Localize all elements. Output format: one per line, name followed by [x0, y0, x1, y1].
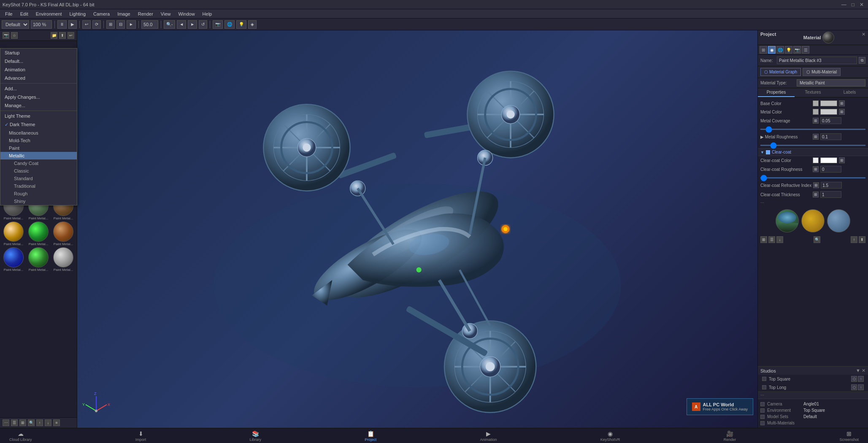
menu-render[interactable]: Render: [135, 11, 157, 17]
menu-light-theme[interactable]: Light Theme: [0, 112, 77, 120]
cam-checkbox-environment[interactable]: [760, 408, 765, 413]
metal-roughness-expand-btn[interactable]: ⊞: [813, 134, 819, 140]
metal-coverage-slider[interactable]: [760, 129, 865, 130]
frame-input[interactable]: [141, 20, 158, 29]
base-color-swatch[interactable]: [813, 100, 819, 106]
preset-select[interactable]: Default: [2, 20, 29, 29]
menu-miscellaneous[interactable]: Miscellaneous: [0, 129, 77, 137]
studios-icon-btn-1[interactable]: ⬡: [851, 376, 857, 382]
anim-btn[interactable]: ►: [127, 20, 136, 29]
menu-image[interactable]: Image: [114, 11, 134, 17]
cam-btn[interactable]: 📷: [213, 20, 223, 29]
menu-camera[interactable]: Camera: [90, 11, 113, 17]
thumb-up-btn[interactable]: ↑: [851, 236, 857, 243]
cam-checkbox-multi-materials[interactable]: [760, 421, 765, 425]
reset-btn[interactable]: ↩: [82, 20, 91, 29]
swatch-blue2[interactable]: Paint Metal...: [2, 247, 25, 272]
close-btn[interactable]: ✕: [858, 2, 865, 8]
base-color-expand-btn[interactable]: ⊞: [839, 100, 845, 106]
thumb-expand-btn[interactable]: ⬆: [859, 236, 865, 243]
sidebar-more-btn[interactable]: ⋯: [3, 419, 9, 426]
clearcoat-roughness-input[interactable]: [820, 166, 841, 173]
studios-checkbox-top-long[interactable]: [762, 385, 766, 389]
bottom-tool-import[interactable]: ⬇ Import: [130, 429, 151, 443]
swatch-gold2[interactable]: Paint Metal...: [2, 222, 25, 246]
thumb-search-btn[interactable]: 🔍: [814, 236, 820, 243]
menu-candy-coat[interactable]: Candy Coat: [0, 159, 77, 167]
bottom-tool-render[interactable]: 🎥 Render: [719, 429, 741, 443]
base-color-preview[interactable]: [820, 100, 837, 106]
menu-lighting[interactable]: Lighting: [66, 11, 89, 17]
clearcoat-checkbox[interactable]: [766, 150, 770, 154]
thumb-honeycomb[interactable]: [801, 209, 825, 232]
sidebar-icon-folder[interactable]: 📁: [51, 32, 57, 39]
bottom-tool-keyshot-vr[interactable]: ◉ KeyShotVR: [595, 429, 625, 443]
sidebar-icon-up[interactable]: ⬆: [59, 32, 66, 39]
menu-mold-tech[interactable]: Mold-Tech: [0, 137, 77, 144]
menu-advanced[interactable]: Advanced: [0, 74, 77, 82]
menu-traditional[interactable]: Traditional: [0, 182, 77, 190]
studios-item-top-long[interactable]: Top Long ⬡ ↑: [758, 383, 868, 392]
studios-icon-btn-4[interactable]: ↑: [858, 384, 864, 390]
tab-icon-layers[interactable]: ☰: [802, 46, 809, 54]
name-copy-btn[interactable]: ⧉: [859, 57, 865, 64]
clearcoat-refractive-input[interactable]: [821, 182, 842, 189]
thumb-mountain[interactable]: [827, 209, 850, 232]
menu-window[interactable]: Window: [175, 11, 198, 17]
studios-close-icon[interactable]: ✕: [862, 368, 865, 373]
swatch-silver2[interactable]: Paint Metal...: [51, 247, 75, 272]
clearcoat-color-expand-btn[interactable]: ⊞: [839, 157, 845, 163]
fit-btn[interactable]: ⊞: [106, 20, 115, 29]
clearcoat-color-swatch[interactable]: [813, 157, 819, 163]
sub-tab-properties[interactable]: Properties: [758, 88, 795, 97]
swatch-brown2[interactable]: Paint Metal...: [51, 222, 75, 246]
menu-environment[interactable]: Environment: [32, 11, 65, 17]
refresh-btn[interactable]: ↺: [199, 20, 207, 29]
menu-add[interactable]: Add...: [0, 84, 77, 93]
menu-dark-theme[interactable]: Dark Theme: [0, 120, 77, 129]
zoom-input[interactable]: [31, 20, 52, 29]
sync-btn[interactable]: ⟳: [92, 20, 101, 29]
swatch-ball-blue2[interactable]: [3, 247, 24, 267]
swatch-green3[interactable]: Paint Metal...: [27, 247, 50, 272]
sidebar-down-btn[interactable]: ↓: [45, 419, 51, 426]
multi-material-btn[interactable]: ⬡ Multi-Material: [803, 68, 841, 76]
menu-default[interactable]: Default...: [0, 57, 77, 65]
next-btn[interactable]: ►: [188, 20, 197, 29]
sidebar-icon-undo[interactable]: ↩: [68, 32, 74, 39]
menu-view[interactable]: View: [157, 11, 174, 17]
menu-rough[interactable]: Rough: [0, 190, 77, 197]
menu-paint[interactable]: Paint: [0, 144, 77, 152]
menu-file[interactable]: File: [2, 11, 16, 17]
bottom-tool-library[interactable]: 📚 Library: [245, 429, 267, 443]
menu-standard[interactable]: Standard: [0, 175, 77, 182]
window-controls[interactable]: — □ ✕: [840, 2, 865, 8]
panel-close-btn[interactable]: ✕: [862, 32, 865, 43]
sidebar-icon-star[interactable]: ☆: [11, 32, 18, 39]
tab-icon-camera[interactable]: 📷: [793, 46, 801, 54]
metal-roughness-input[interactable]: [820, 133, 841, 140]
menu-manage[interactable]: Manage...: [0, 101, 77, 110]
studios-icon-btn-3[interactable]: ⬡: [851, 384, 857, 390]
menu-metallic[interactable]: Metallic: [0, 152, 77, 159]
bottom-tool-cloud[interactable]: ☁ Cloud Library: [4, 429, 37, 443]
metal-coverage-expand-btn[interactable]: ⊞: [813, 118, 819, 124]
tab-icon-bulb[interactable]: 💡: [785, 46, 792, 54]
light-btn[interactable]: 💡: [236, 20, 246, 29]
swatch-ball-gold2[interactable]: [3, 222, 24, 242]
swatch-green2[interactable]: Paint Metal...: [27, 222, 50, 246]
sidebar-up-btn[interactable]: ↑: [36, 419, 43, 426]
render-region-btn[interactable]: ⊟: [116, 20, 125, 29]
studios-expand-icon[interactable]: ▼: [856, 368, 860, 373]
menu-animation[interactable]: Animation: [0, 65, 77, 74]
sidebar-icon-photo[interactable]: 📷: [3, 32, 9, 39]
mat-btn[interactable]: ◈: [248, 20, 257, 29]
menu-apply-changes[interactable]: Apply Changes...: [0, 93, 77, 101]
tab-icon-sphere[interactable]: ◉: [768, 46, 776, 54]
clearcoat-color-preview[interactable]: [820, 157, 837, 163]
sub-tab-textures[interactable]: Textures: [795, 88, 831, 97]
zoom-out-btn[interactable]: 🔍-: [164, 20, 175, 29]
minimize-btn[interactable]: —: [840, 2, 848, 8]
metal-color-swatch[interactable]: [813, 109, 819, 115]
menu-classic[interactable]: Classic: [0, 167, 77, 175]
